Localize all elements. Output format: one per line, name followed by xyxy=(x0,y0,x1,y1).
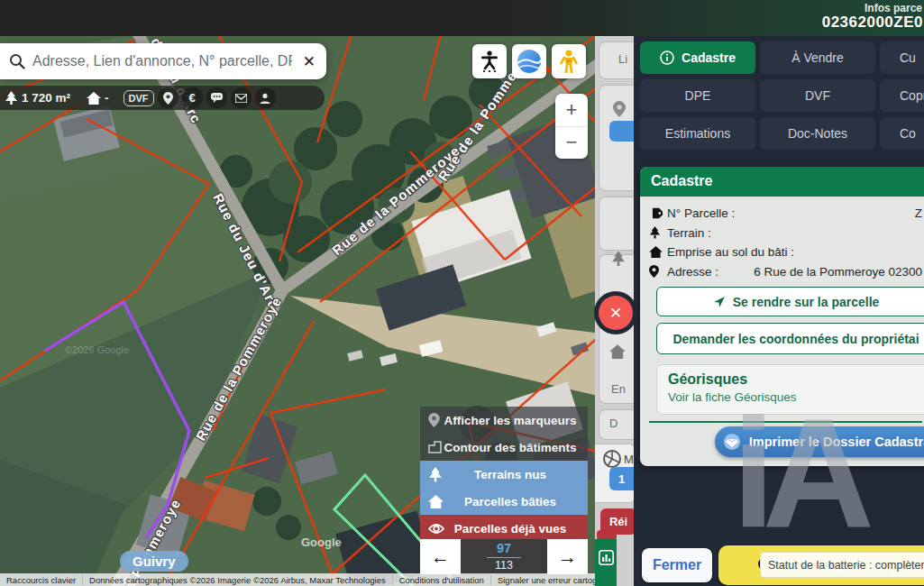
marker-toggle-button[interactable] xyxy=(158,87,178,108)
parcel-id: 02362000ZE0 xyxy=(822,14,923,32)
occluded-label-en: En xyxy=(611,382,626,396)
request-owner-button[interactable]: Demander les coordonnées du propriétai xyxy=(656,323,924,354)
dvf-badge[interactable]: DVF xyxy=(124,90,154,106)
tab-estimations[interactable]: Estimations xyxy=(640,117,755,150)
zoom-in-button[interactable]: + xyxy=(555,94,588,127)
mail-button[interactable] xyxy=(231,87,252,108)
pager-next-button[interactable]: → xyxy=(547,539,588,574)
occluded-card xyxy=(599,197,634,251)
tab-co[interactable]: Co xyxy=(880,117,924,150)
pegman-icon xyxy=(560,50,578,73)
terms-link[interactable]: Conditions d'utilisation xyxy=(393,575,491,585)
navigate-icon xyxy=(713,296,726,308)
comments-button[interactable] xyxy=(206,87,227,108)
home-icon xyxy=(87,92,101,105)
google-earth-button[interactable] xyxy=(512,44,546,78)
tab-label: DPE xyxy=(685,88,711,103)
search-input[interactable] xyxy=(32,53,292,69)
contour-icon xyxy=(428,441,442,453)
legend-parcelles-vues[interactable]: Parcelles déjà vues xyxy=(420,515,588,542)
cadastre-card-title: Cadastre xyxy=(640,167,924,197)
accessibility-button[interactable] xyxy=(472,44,507,78)
map-attribution-bar: Raccourcis clavier Données cartographiqu… xyxy=(0,573,595,586)
tab-doc-notes[interactable]: Doc-Notes xyxy=(760,117,875,150)
accessibility-icon xyxy=(480,50,499,72)
legend-label: Terrains nus xyxy=(420,468,588,481)
row-label: Emprise au sol du bâti : xyxy=(667,245,794,259)
tab-copros[interactable]: Copros xyxy=(880,79,924,112)
eye-icon xyxy=(428,523,444,535)
row-label: N° Parcelle : xyxy=(667,206,735,220)
zoom-out-button[interactable]: − xyxy=(555,127,588,160)
button-label: Fermer xyxy=(653,557,701,573)
town-label: Guivry xyxy=(120,551,188,572)
pin-icon xyxy=(428,413,440,427)
keyboard-shortcuts-link[interactable]: Raccourcis clavier xyxy=(0,575,83,585)
bar-chart-icon xyxy=(599,550,614,565)
tree-icon xyxy=(649,226,661,239)
legend-label: Parcelles déjà vues xyxy=(420,522,588,536)
tree-icon xyxy=(5,91,18,105)
goto-parcel-button[interactable]: Se rendre sur la parcelle xyxy=(656,287,924,316)
envelope-icon xyxy=(235,94,247,103)
map-legend: Afficher les marqueurs Contour des bâtim… xyxy=(420,407,588,542)
tab-label: DVF xyxy=(805,88,830,103)
stats-button-partial[interactable] xyxy=(595,539,617,586)
georisques-link[interactable]: Voir la fiche Géorisques xyxy=(668,390,924,404)
row-label: Adresse : xyxy=(667,265,718,279)
address-value: 6 Rue de la Pommeroye 02300 xyxy=(754,265,922,279)
occluded-label-d: D xyxy=(609,417,618,430)
occluded-card xyxy=(599,41,634,79)
tab-dvf[interactable]: DVF xyxy=(760,79,875,112)
legend-parcelles-baties[interactable]: Parcelles bâties xyxy=(420,488,588,515)
satellite-map[interactable]: Rue du Jeu d'Arc Rue du Jeu d'Arc Rue de… xyxy=(0,36,595,586)
pin-icon xyxy=(613,101,626,117)
euro-icon: € xyxy=(188,91,195,105)
legend-show-markers[interactable]: Afficher les marqueurs xyxy=(420,407,588,434)
panel-tabs: Cadastre À Vendre Cu DPE DVF Copros Esti… xyxy=(640,41,924,150)
cadastre-card: Cadastre N° Parcelle : Z Terrain : Empri… xyxy=(640,167,924,466)
tag-icon xyxy=(649,206,663,220)
emprise-row: Emprise au sol du bâti : xyxy=(649,243,922,262)
map-data-credit: Données cartographiques ©2026 Imagerie ©… xyxy=(83,575,393,585)
tab-cadastre[interactable]: Cadastre xyxy=(640,41,755,74)
terrain-row: Terrain : xyxy=(649,224,922,243)
print-cadastral-button[interactable]: Imprimer le Dossier Cadastral xyxy=(715,426,924,457)
search-bar[interactable]: ✕ xyxy=(0,43,326,79)
legend-building-contours[interactable]: Contour des bâtiments xyxy=(420,434,588,461)
battery-status-tooltip: Statut de la batterie : complètement xyxy=(760,552,924,578)
legend-terrains-nus[interactable]: Terrains nus xyxy=(420,461,588,488)
close-icon: ✕ xyxy=(609,304,622,323)
occluded-counter: 1 xyxy=(609,467,634,490)
price-toggle-button[interactable]: € xyxy=(182,87,203,108)
person-icon xyxy=(260,93,270,104)
close-panel-button[interactable]: ✕ xyxy=(599,296,633,330)
street-view-button[interactable] xyxy=(552,44,586,78)
gem-icon xyxy=(723,434,741,450)
fermer-button[interactable]: Fermer xyxy=(642,548,712,582)
pager-prev-button[interactable]: ← xyxy=(420,539,461,574)
parcel-number-row: N° Parcelle : Z xyxy=(649,204,922,224)
pager-divider xyxy=(487,557,521,558)
terrain-area-value: 1 720 m² xyxy=(22,91,70,105)
map-copyright-inline: ©2026 Google xyxy=(65,344,129,355)
tab-cu[interactable]: Cu xyxy=(880,41,924,74)
parcel-number-value: Z xyxy=(915,206,922,220)
contact-button[interactable] xyxy=(255,87,276,108)
report-error-link[interactable]: Signaler une erreur cartographique xyxy=(491,575,595,585)
occluded-label-m: M xyxy=(624,453,634,466)
google-logo-watermark: Google xyxy=(301,536,342,549)
home-icon xyxy=(428,495,444,508)
occluded-blue-button xyxy=(609,121,634,142)
google-earth-icon xyxy=(516,48,543,75)
tab-dpe[interactable]: DPE xyxy=(640,79,755,112)
parcel-pager: ← 97 113 → xyxy=(420,539,588,574)
search-clear-icon[interactable]: ✕ xyxy=(292,52,326,71)
pin-icon xyxy=(649,265,659,278)
parcel-info-toolbar: 1 720 m² - DVF € xyxy=(0,86,325,110)
tab-label: Co xyxy=(900,126,916,141)
row-label: Terrain : xyxy=(667,226,711,240)
divider xyxy=(649,421,922,423)
tab-a-vendre[interactable]: À Vendre xyxy=(760,41,875,74)
georisques-card[interactable]: Géorisques Voir la fiche Géorisques xyxy=(656,364,924,415)
